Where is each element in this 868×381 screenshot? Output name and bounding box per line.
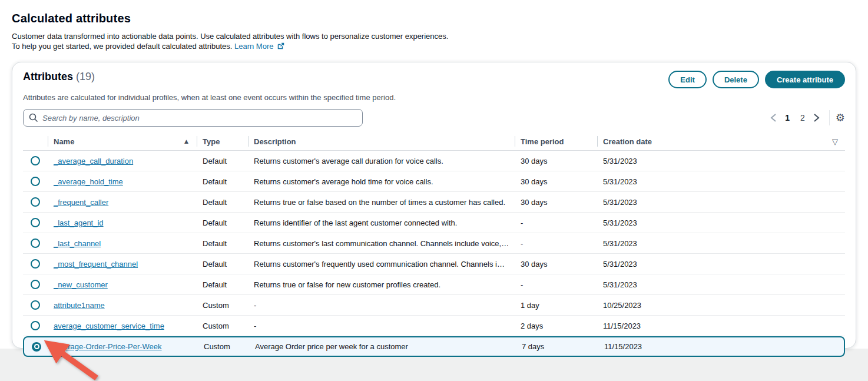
- table-row[interactable]: Average-Order-Price-Per-Week Custom Aver…: [23, 336, 845, 357]
- table-row[interactable]: _average_call_duration Default Returns c…: [23, 151, 845, 171]
- attribute-name-link[interactable]: attribute1name: [54, 301, 105, 310]
- cell-description: Returns customer's last communication ch…: [248, 239, 515, 248]
- pager-divider: [829, 110, 830, 125]
- attribute-name-link[interactable]: _most_frequent_channel: [54, 260, 138, 269]
- search-icon: [28, 112, 39, 125]
- delete-button[interactable]: Delete: [713, 71, 759, 88]
- attribute-name-link[interactable]: _new_customer: [54, 280, 108, 289]
- cell-description: Average Order price per week for a custo…: [249, 342, 516, 351]
- cell-time-period: 30 days: [515, 157, 597, 165]
- page-description-line1: Customer data transformed into actionabl…: [12, 31, 601, 41]
- panel-title: Attributes (19): [23, 71, 95, 83]
- attribute-name-link[interactable]: average_customer_service_time: [54, 322, 164, 330]
- attributes-table: Name ▲ Type Description Time period Crea…: [23, 132, 845, 357]
- edit-button[interactable]: Edit: [668, 71, 707, 88]
- pagination: 1 2 ⚙: [767, 110, 845, 125]
- row-radio-button[interactable]: [31, 259, 40, 269]
- column-header-time-period[interactable]: Time period: [515, 137, 597, 146]
- cell-description: -: [248, 301, 515, 310]
- page-title: Calculated attributes: [12, 12, 601, 25]
- attribute-name-link[interactable]: _last_channel: [54, 239, 101, 248]
- cell-type: Default: [197, 260, 248, 269]
- column-header-creation-date[interactable]: Creation date ▽: [597, 137, 845, 146]
- column-header-name[interactable]: Name ▲: [48, 137, 197, 146]
- cell-type: Default: [197, 157, 248, 165]
- table-header: Name ▲ Type Description Time period Crea…: [23, 132, 845, 151]
- cell-creation-date: 10/25/2023: [597, 301, 845, 310]
- settings-gear-icon[interactable]: ⚙: [836, 112, 845, 123]
- row-radio-button[interactable]: [31, 197, 40, 207]
- page-number-2[interactable]: 2: [795, 113, 810, 122]
- row-radio-button[interactable]: [31, 300, 40, 310]
- cell-creation-date: 5/31/2023: [597, 280, 845, 289]
- cell-description: Returns customer's average hold time for…: [248, 177, 515, 186]
- cell-type: Default: [197, 218, 248, 227]
- filter-icon[interactable]: ▽: [832, 137, 838, 146]
- cell-description: Returns customer's average call duration…: [248, 157, 515, 165]
- cell-time-period: -: [515, 280, 597, 289]
- table-row[interactable]: average_customer_service_time Custom - 2…: [23, 316, 845, 336]
- cell-description: Returns customer's frequently used commu…: [248, 260, 515, 269]
- column-header-type[interactable]: Type: [197, 137, 248, 146]
- table-row[interactable]: _average_hold_time Default Returns custo…: [23, 171, 845, 192]
- cell-time-period: -: [515, 218, 597, 227]
- page-number-1[interactable]: 1: [780, 113, 795, 122]
- attribute-name-link[interactable]: _frequent_caller: [54, 198, 108, 207]
- row-radio-button[interactable]: [31, 177, 40, 186]
- row-radio-button[interactable]: [32, 342, 41, 352]
- cell-creation-date: 11/15/2023: [597, 322, 845, 330]
- cell-type: Default: [197, 239, 248, 248]
- table-row[interactable]: _most_frequent_channel Default Returns c…: [23, 254, 845, 274]
- panel-actions: Edit Delete Create attribute: [668, 71, 845, 88]
- row-radio-button[interactable]: [31, 280, 40, 289]
- cell-creation-date: 5/31/2023: [597, 157, 845, 165]
- table-row[interactable]: _frequent_caller Default Returns true or…: [23, 192, 845, 213]
- table-body: _average_call_duration Default Returns c…: [23, 151, 845, 357]
- cell-time-period: 7 days: [516, 342, 598, 351]
- table-row[interactable]: _last_channel Default Returns customer's…: [23, 233, 845, 254]
- panel-description: Attributes are calculated for individual…: [23, 93, 845, 102]
- row-radio-button[interactable]: [31, 321, 40, 330]
- table-row[interactable]: attribute1name Custom - 1 day 10/25/2023: [23, 295, 845, 316]
- attribute-name-link[interactable]: _average_hold_time: [54, 177, 123, 186]
- page-description-line2: To help you get started, we provided def…: [12, 41, 601, 52]
- next-page-button[interactable]: [810, 111, 823, 124]
- cell-time-period: 30 days: [515, 177, 597, 186]
- row-radio-button[interactable]: [31, 238, 40, 248]
- cell-type: Default: [197, 280, 248, 289]
- attribute-name-link[interactable]: _average_call_duration: [54, 157, 133, 165]
- cell-creation-date: 5/31/2023: [597, 260, 845, 269]
- previous-page-button[interactable]: [767, 111, 780, 124]
- cell-creation-date: 11/15/2023: [598, 342, 844, 351]
- search-input[interactable]: [23, 109, 363, 127]
- cell-time-period: 1 day: [515, 301, 597, 310]
- row-radio-button[interactable]: [31, 156, 40, 165]
- attributes-panel: Attributes (19) Edit Delete Create attri…: [12, 62, 856, 349]
- table-row[interactable]: _new_customer Default Returns true or fa…: [23, 274, 845, 295]
- learn-more-link[interactable]: Learn More: [234, 42, 273, 51]
- attributes-count: (19): [76, 71, 95, 82]
- cell-time-period: 2 days: [515, 322, 597, 330]
- cell-time-period: 30 days: [515, 198, 597, 207]
- cell-description: -: [248, 322, 515, 330]
- table-row[interactable]: _last_agent_id Default Returns identifie…: [23, 213, 845, 233]
- search-container: [23, 109, 363, 127]
- cell-time-period: -: [515, 239, 597, 248]
- cell-description: Returns identifier of the last agent cus…: [248, 218, 515, 227]
- attribute-name-link[interactable]: Average-Order-Price-Per-Week: [55, 342, 162, 351]
- column-header-description[interactable]: Description: [248, 137, 515, 146]
- cell-creation-date: 5/31/2023: [597, 239, 845, 248]
- cell-description: Returns true or false based on the numbe…: [248, 198, 515, 207]
- cell-creation-date: 5/31/2023: [597, 218, 845, 227]
- page-header: Calculated attributes Customer data tran…: [12, 12, 601, 52]
- sort-ascending-icon: ▲: [184, 138, 188, 144]
- cell-type: Default: [197, 198, 248, 207]
- cell-type: Default: [197, 177, 248, 186]
- attribute-name-link[interactable]: _last_agent_id: [54, 218, 104, 227]
- create-attribute-button[interactable]: Create attribute: [765, 71, 845, 88]
- row-radio-button[interactable]: [31, 218, 40, 227]
- cell-description: Returns true or false for new customer p…: [248, 280, 515, 289]
- cell-time-period: 30 days: [515, 260, 597, 269]
- cell-type: Custom: [197, 322, 248, 330]
- cell-creation-date: 5/31/2023: [597, 198, 845, 207]
